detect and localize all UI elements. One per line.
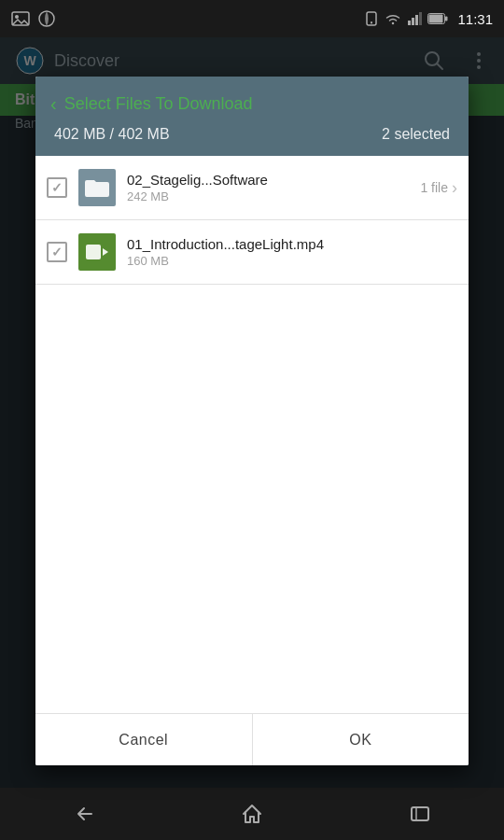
battery-icon (427, 13, 448, 24)
status-bar-left (11, 9, 56, 28)
svg-rect-11 (429, 15, 443, 23)
svg-rect-10 (445, 17, 448, 21)
dialog-title: Select Files To Download (64, 94, 253, 114)
vpn-icon (37, 9, 56, 28)
file-meta-1: 1 file › (420, 178, 457, 198)
dialog-subtitle: 402 MB / 402 MB 2 selected (50, 126, 454, 143)
svg-point-1 (15, 15, 19, 19)
file-name-2: 01_Introduction...tageLight.mp4 (127, 236, 446, 252)
file-checkbox-2[interactable]: ✓ (47, 242, 67, 262)
back-nav-button[interactable] (73, 803, 95, 825)
dialog-selected-count: 2 selected (382, 126, 450, 143)
file-size-1: 242 MB (127, 189, 409, 203)
checkmark-2: ✓ (51, 245, 63, 259)
svg-rect-20 (86, 245, 101, 259)
svg-marker-21 (103, 248, 108, 256)
chevron-right-icon-1: › (452, 178, 457, 198)
file-item-video[interactable]: ✓ 01_Introduction...tageLight.mp4 160 MB (35, 220, 469, 285)
dialog-footer: Cancel OK (35, 713, 469, 765)
file-count-1: 1 file (420, 180, 448, 195)
dialog-title-row: ‹ Select Files To Download (50, 93, 454, 115)
folder-icon (78, 169, 116, 206)
file-name-1: 02_Stagelig...Software (127, 172, 409, 188)
file-size-2: 160 MB (127, 254, 446, 268)
cancel-button[interactable]: Cancel (35, 714, 253, 765)
recent-nav-button[interactable] (409, 803, 431, 825)
signal-icon (407, 11, 422, 26)
checkmark-1: ✓ (51, 180, 63, 195)
select-files-dialog: ‹ Select Files To Download 402 MB / 402 … (35, 77, 469, 765)
wifi-icon (385, 11, 401, 26)
svg-rect-8 (419, 12, 422, 25)
status-bar: 11:31 (0, 0, 504, 37)
dialog-size-info: 402 MB / 402 MB (54, 126, 170, 143)
svg-rect-7 (415, 15, 418, 25)
file-info-1: 02_Stagelig...Software 242 MB (127, 172, 409, 203)
nav-bar (0, 788, 504, 840)
image-icon (11, 9, 30, 28)
svg-rect-6 (412, 18, 414, 25)
dialog-header: ‹ Select Files To Download 402 MB / 402 … (35, 77, 469, 156)
file-item-folder[interactable]: ✓ 02_Stagelig...Software 242 MB 1 file › (35, 156, 469, 220)
file-info-2: 01_Introduction...tageLight.mp4 160 MB (127, 236, 446, 268)
rotate-icon (364, 11, 379, 26)
video-icon (78, 233, 116, 271)
svg-rect-5 (408, 21, 411, 25)
time: 11:31 (457, 11, 493, 27)
status-bar-right: 11:31 (364, 11, 493, 27)
file-checkbox-1[interactable]: ✓ (47, 177, 67, 198)
back-button[interactable]: ‹ (50, 93, 57, 115)
ok-button[interactable]: OK (253, 714, 469, 765)
file-list: ✓ 02_Stagelig...Software 242 MB 1 file ›… (35, 156, 469, 713)
home-nav-button[interactable] (241, 803, 263, 825)
svg-rect-22 (412, 807, 428, 820)
